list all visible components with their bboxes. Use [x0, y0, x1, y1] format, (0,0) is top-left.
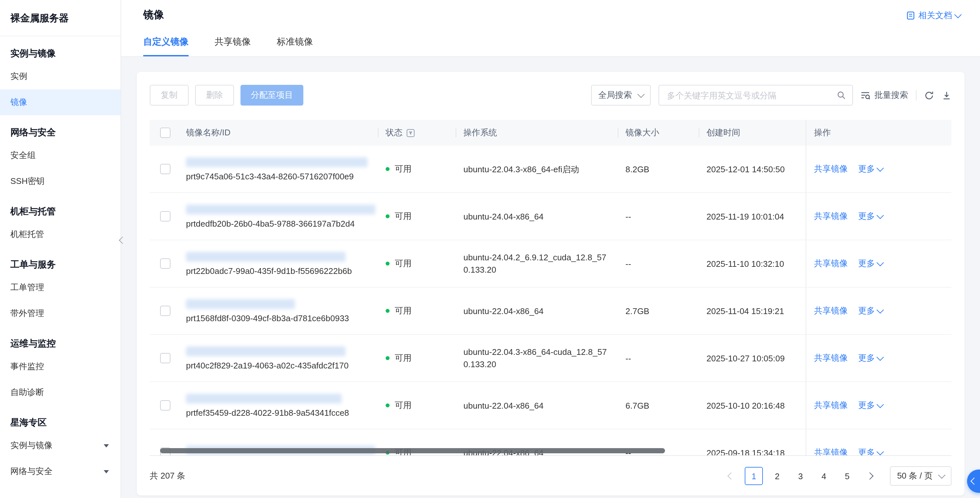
row-checkbox[interactable]	[160, 353, 170, 363]
chevron-down-icon	[877, 259, 884, 266]
search-box	[659, 85, 853, 106]
page-button[interactable]: 3	[791, 467, 810, 485]
more-link[interactable]: 更多	[858, 211, 883, 222]
share-image-link[interactable]: 共享镜像	[814, 305, 848, 317]
row-checkbox-cell	[150, 353, 178, 363]
table-row: prt1568fd8f-0309-49cf-8b3a-d781ce6b0933 …	[150, 287, 951, 335]
row-actions: 共享镜像 更多	[806, 429, 951, 456]
download-button[interactable]	[942, 90, 951, 100]
column-os: 操作系统	[456, 120, 618, 146]
sidebar-item[interactable]: 实例与镜像	[0, 433, 121, 458]
sidebar: 裸金属服务器 实例与镜像实例镜像网络与安全安全组SSH密钥机柜与托管机柜托管工单…	[0, 0, 121, 498]
sidebar-item[interactable]: 机柜托管	[0, 222, 121, 247]
table-row: prt22b0adc7-99a0-435f-9d1b-f55696222b6b …	[150, 240, 951, 287]
share-image-link[interactable]: 共享镜像	[814, 163, 848, 175]
status-text: 可用	[395, 163, 412, 175]
copy-button[interactable]: 复制	[150, 85, 189, 106]
sidebar-item[interactable]: 事件监控	[0, 354, 121, 379]
sidebar-item[interactable]: 网络与安全	[0, 458, 121, 484]
os-cell: ubuntu-24.04-x86_64	[456, 210, 618, 222]
sidebar-item-label: 安全组	[10, 150, 36, 161]
sidebar-item[interactable]: 安全组	[0, 143, 121, 168]
more-link[interactable]: 更多	[858, 258, 883, 270]
share-image-link[interactable]: 共享镜像	[814, 258, 848, 270]
prev-page-button[interactable]	[723, 468, 740, 484]
os-cell: ubuntu-22.04.3-x86_64-cuda_12.8_570.133.…	[456, 346, 618, 370]
os-cell: ubuntu-22.04-x86_64	[456, 399, 618, 412]
sidebar-item[interactable]: 带外管理	[0, 300, 121, 327]
next-page-button[interactable]	[861, 468, 878, 484]
document-icon	[906, 11, 915, 20]
sidebar-section-title: 实例与镜像	[10, 48, 110, 60]
share-image-link[interactable]: 共享镜像	[814, 352, 848, 364]
more-link[interactable]: 更多	[858, 163, 883, 175]
batch-search-button[interactable]: 批量搜索	[861, 89, 908, 101]
column-size: 镜像大小	[618, 120, 699, 146]
share-image-link[interactable]: 共享镜像	[814, 447, 848, 456]
page-button[interactable]: 2	[768, 467, 786, 485]
created-time: 2025-11-19 10:01:04	[699, 211, 806, 221]
sidebar-item[interactable]: SSH密钥	[0, 168, 121, 194]
row-checkbox[interactable]	[160, 259, 170, 269]
refresh-button[interactable]	[924, 90, 934, 100]
related-docs-label: 相关文档	[918, 10, 952, 21]
sidebar-item[interactable]: 镜像	[0, 89, 121, 115]
os-cell: ubuntu-22.04.3-x86_64-efi启动	[456, 163, 618, 175]
row-actions: 共享镜像 更多	[806, 146, 951, 192]
related-docs-link[interactable]: 相关文档	[906, 10, 961, 21]
sidebar-item[interactable]: 自助诊断	[0, 379, 121, 405]
status-filter-icon[interactable]	[406, 128, 415, 137]
more-label: 更多	[858, 258, 875, 270]
more-link[interactable]: 更多	[858, 400, 883, 411]
sidebar-item-label: 实例与镜像	[10, 440, 52, 451]
table-row: prtdedfb20b-26b0-4ba5-9788-366197a7b2d4 …	[150, 193, 951, 240]
more-link[interactable]: 更多	[858, 352, 883, 364]
column-actions-label: 操作	[814, 127, 831, 139]
status-cell: 可用	[378, 400, 456, 411]
page-button[interactable]: 1	[745, 467, 763, 485]
sidebar-collapse-handle[interactable]	[117, 228, 128, 252]
more-link[interactable]: 更多	[858, 447, 883, 456]
tab[interactable]: 标准镜像	[277, 36, 313, 56]
tab[interactable]: 自定义镜像	[143, 36, 189, 56]
page-size-select[interactable]: 50 条 / 页	[890, 466, 951, 486]
row-checkbox[interactable]	[160, 306, 170, 316]
table-row: prtfef35459-d228-4022-91b8-9a54341fcce8 …	[150, 382, 951, 429]
status-text: 可用	[395, 305, 412, 317]
row-checkbox[interactable]	[160, 400, 170, 411]
chevron-down-icon	[877, 448, 884, 455]
search-icon	[837, 90, 846, 100]
image-id: prt40c2f829-2a19-4063-a02c-435afdc2f170	[186, 360, 370, 370]
image-id: prt22b0adc7-99a0-435f-9d1b-f55696222b6b	[186, 266, 370, 276]
more-link[interactable]: 更多	[858, 305, 883, 317]
sidebar-item[interactable]: 工单管理	[0, 274, 121, 300]
tab[interactable]: 共享镜像	[215, 36, 251, 56]
row-checkbox[interactable]	[160, 211, 170, 222]
page-button[interactable]: 4	[815, 467, 833, 485]
share-image-link[interactable]: 共享镜像	[814, 211, 848, 222]
search-scope-select[interactable]: 全局搜索	[591, 85, 651, 106]
delete-button[interactable]: 删除	[195, 85, 234, 106]
image-size: --	[618, 259, 699, 268]
search-input[interactable]	[666, 90, 837, 101]
horizontal-scrollbar[interactable]	[160, 448, 665, 453]
sidebar-item-label: 自助诊断	[10, 387, 44, 398]
select-all-checkbox[interactable]	[160, 128, 170, 138]
chevron-down-icon	[938, 471, 946, 479]
more-label: 更多	[858, 447, 875, 456]
row-checkbox[interactable]	[160, 164, 170, 174]
image-name-redacted	[186, 252, 345, 261]
page-button[interactable]: 5	[838, 467, 856, 485]
sidebar-section-title: 网络与安全	[10, 127, 110, 139]
created-time: 2025-10-27 10:05:09	[699, 353, 806, 363]
assign-to-project-button[interactable]: 分配至项目	[240, 85, 303, 106]
sidebar-item[interactable]: 实例	[0, 63, 121, 89]
os-cell: ubuntu-24.04.2_6.9.12_cuda_12.8_570.133.…	[456, 251, 618, 276]
main-area: 镜像 相关文档 自定义镜像共享镜像标准镜像 复制 删除	[121, 0, 980, 498]
share-image-link[interactable]: 共享镜像	[814, 400, 848, 411]
page-header: 镜像 相关文档 自定义镜像共享镜像标准镜像	[121, 0, 980, 57]
created-time: 2025-09-18 15:34:18	[699, 448, 806, 456]
image-name-redacted	[186, 157, 368, 167]
image-size: 6.7GB	[618, 401, 699, 410]
table-body: prt9c745a06-51c3-43a4-8260-5716207f00e9 …	[150, 146, 951, 456]
